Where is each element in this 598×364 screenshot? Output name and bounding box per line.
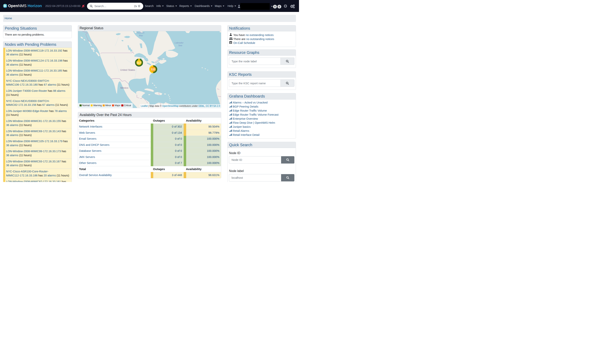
svg-text:117: 117 (137, 61, 141, 64)
svg-text:Hudson: Hudson (137, 32, 145, 34)
svg-text:México: México (121, 86, 128, 89)
svg-text:111: 111 (151, 67, 156, 71)
svg-text:United States: United States (120, 68, 135, 71)
svg-text:Labrador: Labrador (175, 41, 184, 44)
svg-text:Bay: Bay (139, 34, 143, 37)
svg-text:Sea: Sea (178, 44, 182, 47)
